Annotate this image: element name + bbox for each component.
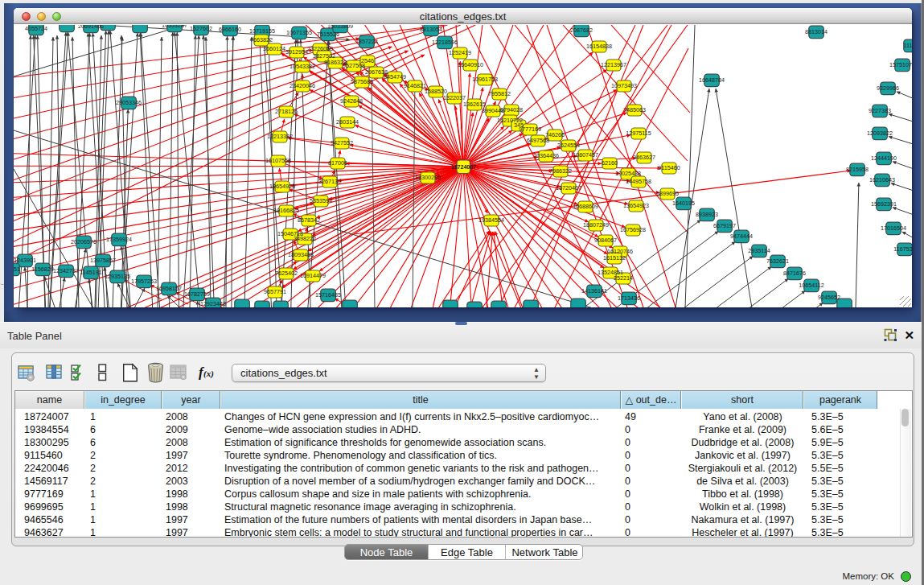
svg-text:7986322: 7986322 [549,167,572,175]
svg-text:9474444: 9474444 [730,233,753,240]
svg-text:16648784: 16648784 [699,76,725,84]
svg-text:7663822: 7663822 [250,36,273,43]
svg-text:9777169: 9777169 [519,126,541,133]
svg-text:6679197: 6679197 [713,222,736,229]
svg-text:18300295: 18300295 [415,174,441,181]
svg-text:9329966: 9329966 [877,84,899,92]
svg-text:7857224: 7857224 [355,38,378,45]
svg-text:10961758: 10961758 [472,76,498,83]
svg-text:9227383: 9227383 [869,107,891,114]
svg-text:8678342: 8678342 [298,216,320,224]
svg-text:2935114: 2935114 [748,247,770,254]
svg-text:1640195: 1640195 [672,200,695,207]
svg-text:2546: 2546 [361,57,374,64]
svg-text:14136141: 14136141 [581,287,607,295]
svg-text:18807249: 18807249 [583,221,609,229]
svg-text:23420046: 23420046 [290,82,315,89]
svg-text:7485063: 7485063 [623,106,646,113]
svg-text:1145191: 1145191 [80,269,101,276]
svg-text:16756928: 16756928 [620,226,646,233]
svg-text:6497568: 6497568 [527,137,549,144]
svg-text:16640910: 16640910 [458,61,483,68]
svg-text:23226058: 23226058 [307,45,333,52]
svg-text:16914479: 16914479 [300,272,326,279]
svg-text:9427552: 9427552 [331,139,353,146]
svg-text:12975115: 12975115 [626,130,651,137]
svg-text:12093822: 12093822 [867,130,893,137]
svg-text:3267130: 3267130 [318,178,341,185]
svg-text:16782759: 16782759 [184,290,210,298]
svg-text:16210643: 16210643 [869,176,895,183]
svg-text:9084067: 9084067 [594,237,617,244]
svg-text:3912954: 3912954 [285,48,308,56]
svg-text:8813054: 8813054 [420,26,442,33]
svg-text:16107558: 16107558 [265,157,291,164]
svg-text:7955812: 7955812 [488,90,511,97]
svg-text:3660124: 3660124 [263,45,285,52]
svg-text:6966160: 6966160 [219,26,241,33]
svg-text:10543382: 10543382 [290,63,315,70]
svg-text:10719155: 10719155 [249,27,275,35]
svg-text:13654923: 13654923 [623,202,649,209]
svg-text:2087682: 2087682 [570,27,593,34]
svg-text:1713436: 1713436 [618,295,640,302]
svg-text:17957253: 17957253 [131,278,157,285]
svg-text:16033809: 16033809 [327,25,353,30]
svg-text:12213967: 12213967 [601,61,626,68]
svg-text:39151: 39151 [14,266,20,273]
svg-text:16154838: 16154838 [586,43,612,50]
svg-text:8938923: 8938923 [696,211,718,218]
svg-text:2718126: 2718126 [275,108,298,115]
svg-text:20364436: 20364436 [533,152,559,159]
svg-text:8454749: 8454749 [384,73,406,80]
svg-text:3498222: 3498222 [294,235,316,242]
svg-text:8813014: 8813014 [805,28,827,35]
svg-text:1527602: 1527602 [190,25,212,32]
svg-text:(x): (x) [203,369,214,379]
svg-text:15720407: 15720407 [556,184,581,192]
svg-text:3624554: 3624554 [557,142,580,149]
svg-text:15716485: 15716485 [315,291,341,299]
svg-text:5353594: 5353594 [310,197,332,204]
svg-text:10973493: 10973493 [611,82,637,89]
svg-text:1322037: 1322037 [443,94,466,101]
svg-text:9245652: 9245652 [818,294,840,301]
svg-text:9115460: 9115460 [658,164,680,171]
svg-text:17016504: 17016504 [881,225,906,232]
svg-text:19384554: 19384554 [478,216,504,224]
svg-text:1243901: 1243901 [14,257,36,264]
svg-text:20691406: 20691406 [78,25,104,30]
svg-text:19654925: 19654925 [269,183,295,190]
svg-text:18724007: 18724007 [451,164,476,170]
svg-text:18093488: 18093488 [288,251,314,258]
svg-text:62160: 62160 [602,159,618,167]
svg-text:12923448: 12923448 [200,300,226,307]
svg-text:10671355: 10671355 [286,29,312,36]
svg-text:10807457: 10807457 [573,151,598,159]
svg-text:1167534: 1167534 [893,245,912,253]
svg-text:10025438: 10025438 [615,170,641,177]
svg-text:13975857: 13975857 [90,257,116,264]
svg-text:10688609: 10688609 [573,203,598,210]
svg-text:1252419: 1252419 [449,49,471,56]
svg-text:2803144: 2803144 [336,118,359,126]
svg-text:11123: 11123 [904,42,912,49]
svg-text:7625402: 7625402 [275,270,298,277]
svg-text:7632621: 7632621 [766,257,789,265]
svg-text:15751074: 15751074 [889,61,912,68]
svg-text:8215958: 8215958 [846,166,869,173]
svg-text:6794028: 6794028 [500,106,523,113]
svg-text:9146821: 9146821 [404,82,426,89]
svg-text:12935135: 12935135 [105,273,130,280]
svg-text:16958157: 16958157 [156,285,182,292]
svg-text:20206576: 20206576 [71,238,97,245]
svg-text:17359924: 17359924 [106,236,132,243]
svg-text:252214: 252214 [614,274,633,282]
svg-text:12444190: 12444190 [871,154,897,162]
svg-text:12342737: 12342737 [53,267,79,274]
svg-text:4055724: 4055724 [25,25,47,32]
svg-text:1156829: 1156829 [31,266,53,273]
svg-text:6899695: 6899695 [656,190,679,197]
svg-text:817006: 817006 [328,159,347,167]
svg-text:15692391: 15692391 [871,200,897,208]
